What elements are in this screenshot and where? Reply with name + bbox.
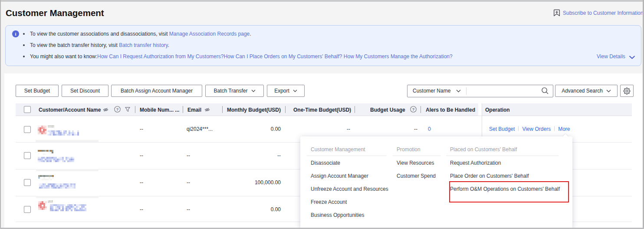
svg-text:?: ? — [116, 107, 119, 112]
svg-text:?: ? — [412, 107, 415, 112]
